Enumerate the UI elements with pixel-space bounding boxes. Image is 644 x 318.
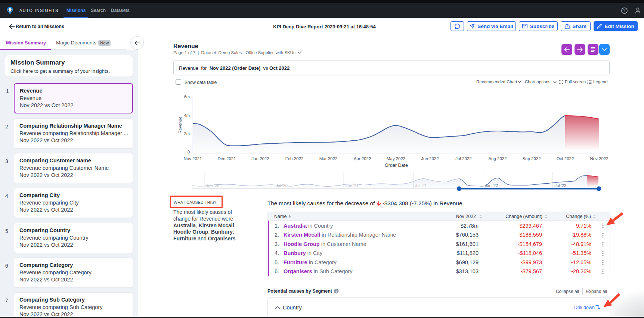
svg-text:Jan '21: Jan '21 [346,183,359,188]
svg-text:Order Date: Order Date [385,163,408,168]
svg-text:Nov 2022: Nov 2022 [590,156,608,161]
svg-text:?: ? [623,9,626,13]
svg-text:Sep 2022: Sep 2022 [522,156,541,161]
svg-text:Feb 2022: Feb 2022 [285,156,304,161]
svg-text:0: 0 [188,150,190,154]
svg-text:Nov 2021: Nov 2021 [183,156,202,161]
svg-text:6m: 6m [184,94,190,99]
svg-text:Jul 2022: Jul 2022 [455,156,471,161]
svg-text:Jul '22: Jul '22 [555,183,566,188]
svg-text:May 2022: May 2022 [387,156,406,161]
svg-text:Jan '20: Jan '20 [206,183,219,188]
svg-text:Jul '21: Jul '21 [415,183,427,188]
svg-text:Jun 2022: Jun 2022 [421,156,439,161]
svg-text:Jul '20: Jul '20 [276,183,288,188]
svg-text:Aug 2022: Aug 2022 [488,156,507,161]
svg-text:4m: 4m [184,113,190,118]
svg-text:Oct 2022: Oct 2022 [557,156,574,161]
svg-text:Revenue: Revenue [178,116,182,134]
svg-text:Jan '22: Jan '22 [485,183,498,188]
svg-text:Dec 2021: Dec 2021 [217,156,236,161]
svg-text:Jan 2022: Jan 2022 [251,156,269,161]
svg-text:Mar 2022: Mar 2022 [319,156,338,161]
svg-text:Apr 2022: Apr 2022 [354,156,371,161]
svg-text:2m: 2m [184,131,190,136]
